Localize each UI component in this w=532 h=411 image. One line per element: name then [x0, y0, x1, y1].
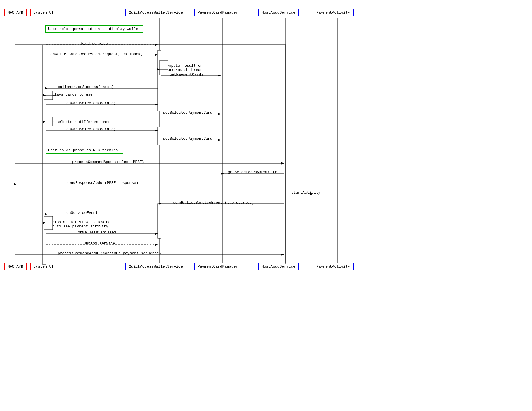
- svg-rect-11: [158, 204, 161, 238]
- actor-pa-top: PaymentActivity: [313, 9, 354, 16]
- label-processcommand1: processCommandApdu (select PPSE): [72, 160, 144, 164]
- label-setselected1: setSelectedPaymentCard: [163, 111, 213, 115]
- svg-rect-10: [158, 127, 161, 145]
- actor-nfc-top: NFC A/B: [4, 9, 27, 16]
- actor-pcm-top: PaymentCardManager: [194, 9, 241, 16]
- note-power-button: User holds power button to display walle…: [45, 25, 143, 33]
- svg-rect-37: [15, 45, 286, 264]
- label-displays-cards: displays cards to user: [45, 92, 95, 97]
- label-onwalletdismissed: onWalletDismissed: [78, 230, 116, 235]
- label-startactivity: startActivity: [291, 190, 320, 195]
- actor-pa-bottom: PaymentActivity: [313, 263, 354, 270]
- note-nfc-terminal: User holds phone to NFC terminal: [45, 147, 123, 154]
- svg-rect-8: [42, 45, 46, 264]
- label-getpaymentcards: getPaymentCards: [170, 72, 203, 77]
- actor-pcm-bottom: PaymentCardManager: [194, 263, 241, 270]
- sequence-diagram: NFC A/B System UI QuickAccessWalletServi…: [0, 0, 532, 411]
- actor-sysui-bottom: System UI: [30, 263, 57, 270]
- actor-qaws-top: QuickAccessWalletService: [125, 9, 186, 16]
- label-setselected2: setSelectedPaymentCard: [163, 137, 213, 141]
- label-sendresponse: sendResponseApdu (PPSE response): [66, 181, 138, 185]
- actor-hapdu-bottom: HostApduService: [258, 263, 299, 270]
- actor-hapdu-top: HostApduService: [258, 9, 299, 16]
- label-oncardselected2: onCardSelected(cardId): [66, 127, 116, 131]
- actor-qaws-bottom: QuickAccessWalletService: [125, 263, 186, 270]
- label-dismiss-wallet: dismiss wallet view, allowinguser to see…: [45, 220, 110, 229]
- label-getselected: getSelectedPaymentCard: [228, 170, 277, 174]
- diagram-arrows: [0, 0, 532, 411]
- svg-rect-9: [158, 50, 161, 111]
- label-sendwallet: sendWalletServiceEvent (tap started): [173, 201, 254, 205]
- actor-nfc-bottom: NFC A/B: [4, 263, 27, 270]
- label-onserviceevent: onServiceEvent: [66, 211, 98, 215]
- label-oncardselected1: onCardSelected(cardId): [66, 101, 116, 105]
- actor-sysui-top: System UI: [30, 9, 57, 16]
- label-onwalletcards: onWalletCardsRequested(request, callback…: [50, 52, 143, 56]
- label-bind-service: bind service: [81, 42, 108, 46]
- label-compute: compute result onbackground thread: [164, 63, 203, 72]
- label-callback-success: callback.onSuccess(cards): [58, 85, 114, 89]
- label-unbind: unbind service: [84, 241, 115, 246]
- label-user-selects: user selects a different card: [45, 120, 110, 124]
- label-processcommand2: processCommandApdu (continue payment seq…: [58, 251, 161, 255]
